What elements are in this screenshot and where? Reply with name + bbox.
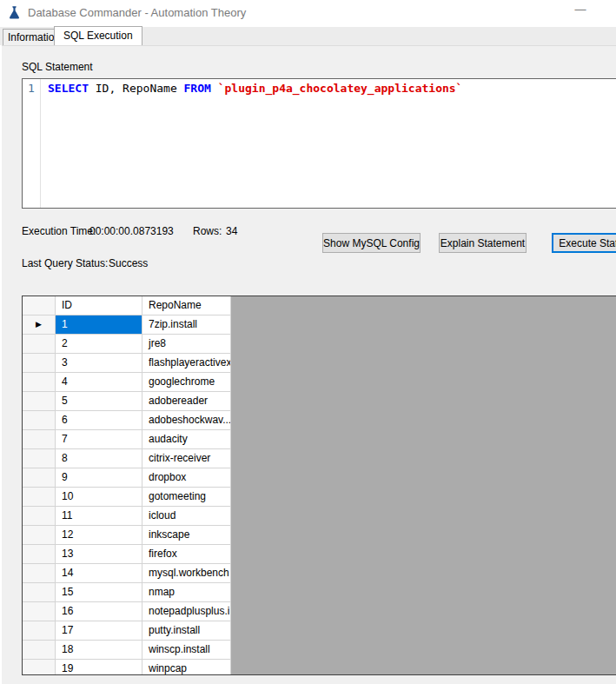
show-mysql-config-button[interactable]: Show MySQL Config [322,233,421,253]
sql-editor[interactable]: 1 SELECT ID, RepoName FROM `plugin_p4a_c… [22,78,616,209]
row-header-cell[interactable] [23,621,56,641]
grid-cell-reponame[interactable]: inkscape [142,526,231,545]
grid-cell-id[interactable]: 15 [56,583,142,602]
column-header-id[interactable]: ID [56,296,142,315]
grid-cell-reponame[interactable]: dropbox [142,468,231,488]
line-number: 1 [28,82,35,95]
tab-sql-execution[interactable]: SQL Execution [54,26,142,45]
table-row: 18winscp.install [23,641,616,660]
row-header-cell[interactable] [23,583,56,602]
table-row: 5adobereader [23,392,616,411]
row-header-cell[interactable] [23,488,56,507]
grid-cell-reponame[interactable]: icloud [142,507,231,526]
current-row-arrow-icon: ▶ [36,320,42,329]
row-header-cell[interactable] [23,449,56,468]
grid-cell-reponame[interactable]: nmap [142,583,231,602]
grid-cell-id[interactable]: 9 [56,468,142,488]
row-header-cell[interactable] [23,335,56,354]
table-row: 12inkscape [23,526,616,545]
grid-cell-id[interactable]: 14 [56,564,142,583]
grid-cell-id[interactable]: 17 [56,621,142,641]
grid-cell-id[interactable]: 10 [56,488,142,507]
grid-cell-id[interactable]: 8 [56,449,142,468]
grid-header-row: ID RepoName [23,296,616,315]
flask-logo-icon[interactable] [7,5,22,20]
row-header-cell[interactable] [23,411,56,430]
sql-token-plain [211,82,218,95]
table-row: 17putty.install [23,621,616,641]
grid-cell-reponame[interactable]: adobeshockwav... [142,411,231,430]
grid-body: ▶17zip.install2jre83flashplayeractivex4g… [23,315,616,675]
last-query-status-label: Last Query Status: [22,257,108,269]
grid-cell-id[interactable]: 11 [56,507,142,526]
sql-token-keyword: FROM [184,82,211,95]
grid-cell-id[interactable]: 12 [56,526,142,545]
row-header-cell[interactable] [23,602,56,621]
row-header-cell-current[interactable]: ▶ [23,315,56,335]
execution-time-value: 00:00:00.0873193 [89,225,174,237]
row-header-cell[interactable] [23,564,56,583]
grid-cell-id[interactable]: 13 [56,545,142,564]
row-header-cell[interactable] [23,392,56,411]
grid-cell-reponame[interactable]: firefox [142,545,231,564]
row-header-cell[interactable] [23,354,56,373]
table-row: 6adobeshockwav... [23,411,616,430]
sql-token-keyword: SELECT [48,82,89,95]
row-header-cell[interactable] [23,430,56,449]
grid-cell-reponame[interactable]: 7zip.install [142,315,231,335]
explain-statement-button[interactable]: Explain Statement [439,233,527,253]
grid-corner-cell[interactable] [23,296,56,315]
grid-cell-id[interactable]: 3 [56,354,142,373]
table-row: 10gotomeeting [23,488,616,507]
table-row: 9dropbox [23,468,616,488]
row-header-cell[interactable] [23,507,56,526]
sql-code-line[interactable]: SELECT ID, RepoName FROM `plugin_p4a_cho… [41,79,616,208]
table-row: 7audacity [23,430,616,449]
grid-cell-reponame[interactable]: flashplayeractivex [142,354,231,373]
sql-statement-label: SQL Statement [22,61,93,73]
row-header-cell[interactable] [23,641,56,660]
grid-cell-reponame[interactable]: googlechrome [142,373,231,392]
grid-cell-id[interactable]: 5 [56,392,142,411]
grid-cell-reponame[interactable]: jre8 [142,335,231,354]
grid-cell-reponame[interactable]: notepadplusplus.i... [142,602,231,621]
grid-cell-reponame[interactable]: mysql.workbench [142,564,231,583]
grid-cell-id[interactable]: 7 [56,430,142,449]
row-header-cell[interactable] [23,660,56,675]
grid-cell-reponame[interactable]: audacity [142,430,231,449]
table-row: 14mysql.workbench [23,564,616,583]
grid-cell-id[interactable]: 16 [56,602,142,621]
table-row: 4googlechrome [23,373,616,392]
table-row: 8citrix-receiver [23,449,616,468]
last-query-status-value: Success [109,257,148,269]
execute-statement-button[interactable]: Execute Statement [552,233,616,253]
row-header-cell[interactable] [23,468,56,488]
row-header-cell[interactable] [23,545,56,564]
grid-cell-reponame[interactable]: citrix-receiver [142,449,231,468]
grid-cell-id[interactable]: 19 [56,660,142,675]
row-header-cell[interactable] [23,373,56,392]
minimize-button[interactable]: — [563,0,598,23]
table-row: 13firefox [23,545,616,564]
row-header-cell[interactable] [23,526,56,545]
grid-cell-reponame[interactable]: putty.install [142,621,231,641]
grid-cell-id[interactable]: 1 [56,315,142,335]
table-row: 16notepadplusplus.i... [23,602,616,621]
rows-label: Rows: [193,225,222,237]
grid-cell-reponame[interactable]: winpcap [142,660,231,675]
grid-cell-reponame[interactable]: winscp.install [142,641,231,660]
table-row: 2jre8 [23,335,616,354]
rows-value: 34 [226,225,237,237]
sql-token-plain: ID, RepoName [89,82,184,95]
grid-cell-id[interactable]: 2 [56,335,142,354]
grid-cell-reponame[interactable]: gotomeeting [142,488,231,507]
table-row: 3flashplayeractivex [23,354,616,373]
column-header-reponame[interactable]: RepoName [142,296,231,315]
grid-cell-id[interactable]: 4 [56,373,142,392]
grid-cell-id[interactable]: 18 [56,641,142,660]
results-grid[interactable]: ID RepoName ▶17zip.install2jre83flashpla… [22,296,616,675]
grid-cell-id[interactable]: 6 [56,411,142,430]
execution-time-label: Execution Time: [22,225,96,237]
sql-token-string: `plugin_p4a_chocolatey_applications` [218,82,463,95]
grid-cell-reponame[interactable]: adobereader [142,392,231,411]
